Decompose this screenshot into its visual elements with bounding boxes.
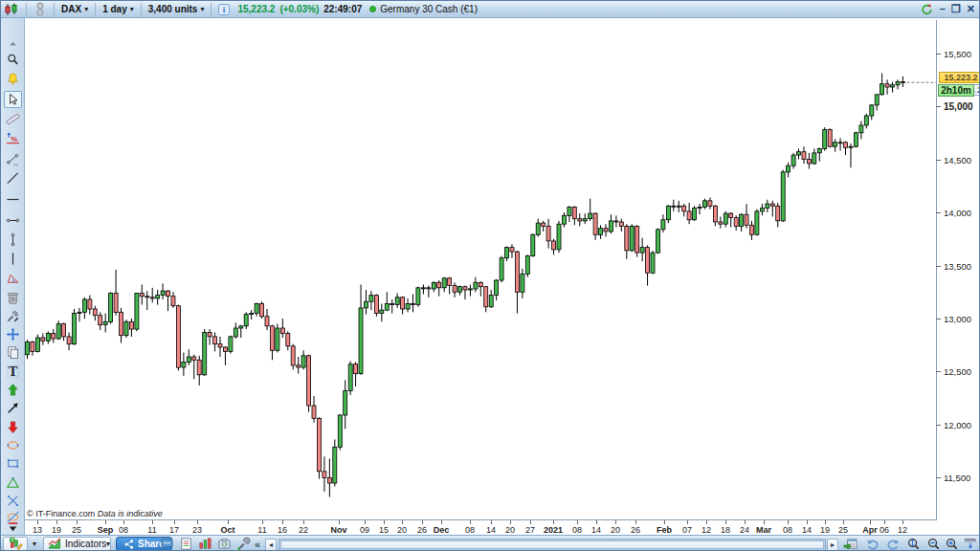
zoom-fit-icon xyxy=(906,537,921,551)
tool-collapse-up[interactable] xyxy=(4,34,22,52)
info-button[interactable]: i xyxy=(214,2,234,17)
chart-region: 15,50015,00014,50014,00013,50013,00012,5… xyxy=(25,18,980,535)
tool-horizontal-segment[interactable] xyxy=(4,211,22,229)
date-tick xyxy=(197,520,198,524)
tool-move[interactable] xyxy=(4,325,22,342)
svg-text:%: % xyxy=(11,134,17,143)
date-tick xyxy=(510,520,511,524)
price-axis-label: 11,500 xyxy=(944,473,970,483)
news-icon xyxy=(179,537,193,551)
vertical-line-icon xyxy=(6,252,20,266)
goto-date-button[interactable] xyxy=(841,537,858,551)
chat-icon xyxy=(160,537,174,551)
copyright-text: © IT-Finance.com xyxy=(27,509,95,518)
tool-angle[interactable] xyxy=(4,269,22,286)
scrollbar-thumb[interactable] xyxy=(280,540,824,549)
close-button[interactable]: ✕ xyxy=(967,4,975,14)
compare-button[interactable] xyxy=(197,537,212,551)
chart-scrollbar[interactable] xyxy=(278,539,826,551)
chart-style-dropdown[interactable]: ▾ xyxy=(30,537,39,551)
tool-text[interactable]: T xyxy=(4,363,22,380)
date-axis-label: 20 xyxy=(397,525,407,535)
app-icon xyxy=(1,2,23,17)
candle-countdown-label: 2h10m xyxy=(938,84,974,97)
chart-style-button[interactable]: 9 xyxy=(3,537,28,551)
collapse-toolbar-button[interactable]: « xyxy=(252,537,263,551)
minimize-button[interactable]: – xyxy=(940,4,946,14)
knobs-icon xyxy=(33,2,47,16)
settings-button[interactable] xyxy=(235,537,251,551)
tool-ruler[interactable] xyxy=(4,110,22,127)
date-tick xyxy=(706,520,707,524)
tool-cross-lines[interactable] xyxy=(4,492,22,509)
tool-arrow-down[interactable] xyxy=(4,418,22,435)
date-tick xyxy=(37,520,38,524)
quote-time: 22:49:07 xyxy=(323,4,362,14)
tool-search[interactable] xyxy=(4,51,22,68)
restore-button[interactable]: ❐ xyxy=(951,4,961,14)
title-bar: DAX ▾ 1 day ▾ 3,400 units ▾ i 15,223.2 (… xyxy=(1,1,980,18)
arrow-up-icon xyxy=(6,383,20,397)
rectangle-icon xyxy=(6,456,20,471)
redo-button[interactable] xyxy=(885,537,902,551)
candlestick-chart[interactable] xyxy=(25,20,936,519)
indicators-dropdown[interactable]: ▾ xyxy=(103,537,113,551)
scroll-left-button[interactable]: ◂ xyxy=(265,539,277,551)
share-icon xyxy=(123,539,135,550)
zoom-out-icon xyxy=(926,537,941,551)
bar-spacing-icon xyxy=(963,537,977,551)
chat-button[interactable] xyxy=(159,537,174,551)
timeframe-dropdown[interactable]: 1 day ▾ xyxy=(99,2,138,17)
date-axis-label: 08 xyxy=(119,525,128,535)
undo-button[interactable] xyxy=(864,537,880,551)
tool-percent-change[interactable]: % xyxy=(4,129,22,146)
workspace-button[interactable] xyxy=(30,2,51,17)
price-tick xyxy=(936,371,941,372)
tool-trash[interactable] xyxy=(4,289,22,306)
tool-arrow-diagonal[interactable] xyxy=(4,399,22,416)
tool-arrow-up[interactable] xyxy=(4,381,22,398)
date-axis-label: 14 xyxy=(486,525,496,535)
zoom-out-button[interactable] xyxy=(924,537,942,551)
tool-vertical-line[interactable] xyxy=(4,250,22,267)
bar-spacing-button[interactable] xyxy=(961,537,978,551)
date-tick xyxy=(228,520,229,524)
ruler-icon xyxy=(6,112,20,126)
zoom-in-icon xyxy=(945,537,959,551)
snapshot-button[interactable] xyxy=(216,537,232,551)
svg-text:9: 9 xyxy=(11,537,13,542)
news-button[interactable] xyxy=(178,537,193,551)
date-axis-label: 17 xyxy=(169,525,179,535)
date-axis-label: 25 xyxy=(72,525,81,535)
zoom-fit-button[interactable] xyxy=(904,537,923,551)
tool-horizontal-line[interactable] xyxy=(4,190,22,208)
redo-icon xyxy=(886,537,901,551)
refresh-icon[interactable] xyxy=(920,3,934,16)
tool-ellipse[interactable] xyxy=(4,436,22,453)
tool-cursor[interactable] xyxy=(4,91,22,108)
drawing-toolbar: %T xyxy=(1,18,25,535)
tool-alerts-bell[interactable] xyxy=(4,70,22,87)
price-axis-label: 12,000 xyxy=(944,420,971,430)
date-tick xyxy=(303,520,304,524)
svg-text:T: T xyxy=(9,364,17,378)
tool-extended-segment[interactable] xyxy=(4,150,22,167)
units-dropdown[interactable]: 3,400 units ▾ xyxy=(145,2,209,17)
tool-vertical-segment[interactable] xyxy=(4,231,22,248)
tool-duplicate[interactable] xyxy=(4,343,22,361)
tool-triangle[interactable] xyxy=(4,474,22,491)
date-tick xyxy=(902,520,903,524)
tool-drawing-tools[interactable] xyxy=(4,307,22,324)
tool-rectangle[interactable] xyxy=(4,454,22,472)
indicators-button[interactable]: Indicators xyxy=(43,537,111,551)
date-tick xyxy=(884,520,885,524)
tool-trend-line[interactable] xyxy=(4,169,22,187)
cursor-icon xyxy=(6,93,20,107)
price-axis-label: 13,500 xyxy=(944,261,971,272)
date-axis-label: Dec xyxy=(434,525,450,535)
symbol-dropdown[interactable]: DAX ▾ xyxy=(57,2,92,17)
zoom-in-button[interactable] xyxy=(943,537,960,551)
separator xyxy=(26,3,27,16)
scroll-right-button[interactable]: ▸ xyxy=(827,539,838,551)
date-tick xyxy=(56,520,57,524)
